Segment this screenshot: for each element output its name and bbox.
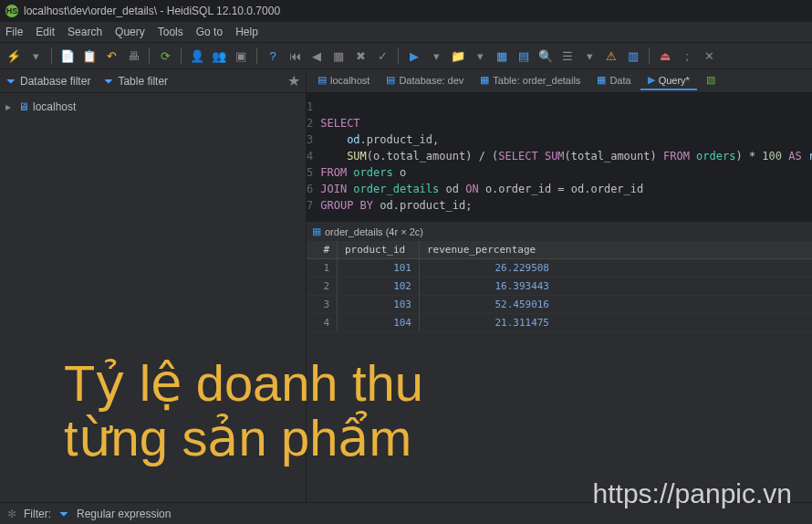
- statusbar: ✻ Filter: ⏷ Regular expression: [0, 502, 812, 524]
- tab-new[interactable]: ▧: [699, 71, 723, 90]
- table-row[interactable]: 210216.393443: [307, 278, 812, 296]
- first-icon[interactable]: ⏮: [286, 47, 303, 64]
- new-icon[interactable]: 📄: [59, 47, 76, 64]
- cell-product-id[interactable]: 102: [338, 278, 420, 295]
- cell-index: 2: [307, 278, 338, 295]
- tab-data[interactable]: ▦Data: [589, 71, 638, 90]
- table-icon: ▦: [480, 74, 489, 86]
- undo-icon[interactable]: ↶: [103, 47, 120, 64]
- cell-revenue[interactable]: 52.459016: [420, 296, 557, 313]
- cell-revenue[interactable]: 16.393443: [420, 278, 557, 295]
- db-icon: ▤: [386, 74, 395, 86]
- table-row[interactable]: 110126.229508: [307, 259, 812, 278]
- cell-product-id[interactable]: 103: [338, 296, 420, 313]
- app-icon: HS: [5, 5, 18, 17]
- menu-search[interactable]: Search: [68, 26, 102, 38]
- result-grid[interactable]: # product_id revenue_percentage 110126.2…: [307, 241, 812, 332]
- table-row[interactable]: 310352.459016: [307, 296, 812, 314]
- menu-tools[interactable]: Tools: [158, 26, 183, 38]
- cell-index: 4: [307, 314, 338, 331]
- list-icon[interactable]: ☰: [559, 47, 576, 64]
- help-icon[interactable]: ?: [265, 47, 281, 64]
- favorite-icon[interactable]: ★: [287, 72, 300, 89]
- print-icon[interactable]: 🖶: [125, 47, 141, 64]
- folder-icon[interactable]: 📁: [450, 47, 466, 64]
- filter-funnel-icon[interactable]: ⏷: [58, 508, 69, 520]
- calendar-icon[interactable]: ▥: [625, 47, 641, 64]
- menu-edit[interactable]: Edit: [36, 26, 55, 38]
- tree-node-localhost[interactable]: ▸ 🖥 localhost: [5, 99, 300, 115]
- cell-product-id[interactable]: 101: [338, 259, 420, 277]
- result-tab[interactable]: ▦ order_details (4r × 2c): [307, 221, 812, 241]
- semicolon-icon[interactable]: ;: [679, 47, 695, 64]
- menu-help[interactable]: Help: [235, 26, 258, 38]
- cell-product-id[interactable]: 104: [338, 314, 420, 331]
- col-index[interactable]: #: [307, 241, 338, 258]
- filter-label: Filter:: [24, 508, 51, 520]
- grid-header: # product_id revenue_percentage: [307, 241, 812, 259]
- users-icon[interactable]: 👥: [211, 47, 227, 64]
- sql-editor[interactable]: 1 2 3 4 5 6 7 SELECT od.product_id, SUM(…: [307, 93, 812, 221]
- snowflake-icon[interactable]: ✻: [7, 508, 16, 520]
- filter-bar: ⏷Database filter ⏷Table filter ★: [0, 69, 306, 93]
- menu-goto[interactable]: Go to: [196, 26, 223, 38]
- warning-icon[interactable]: ⚠: [603, 47, 619, 64]
- grid-icon[interactable]: ▦: [494, 47, 510, 64]
- window-title: localhost\dev\order_details\ - HeidiSQL …: [24, 5, 280, 17]
- titlebar: HS localhost\dev\order_details\ - HeidiS…: [0, 0, 812, 22]
- window-icon[interactable]: ▣: [233, 47, 249, 64]
- zoom-icon[interactable]: 🔍: [537, 47, 554, 64]
- filter-icon: ⏷: [103, 75, 114, 88]
- run-dropdown-icon[interactable]: ▾: [428, 47, 444, 64]
- menubar: File Edit Search Query Tools Go to Help: [0, 22, 812, 42]
- right-panel: ▤localhost ▤Database: dev ▦Table: order_…: [307, 69, 812, 502]
- tab-query[interactable]: ▶Query*: [640, 71, 697, 90]
- line-gutter: 1 2 3 4 5 6 7: [307, 99, 320, 215]
- user-icon[interactable]: 👤: [189, 47, 205, 64]
- host-icon: ▤: [318, 74, 327, 86]
- filter-icon: ⏷: [5, 75, 16, 88]
- next-table-icon[interactable]: ▦: [330, 47, 347, 64]
- data-icon: ▦: [597, 74, 606, 86]
- menu-query[interactable]: Query: [115, 26, 145, 38]
- table-filter[interactable]: ⏷Table filter: [103, 75, 168, 88]
- object-tree[interactable]: ▸ 🖥 localhost: [0, 93, 306, 502]
- run-icon[interactable]: ▶: [406, 47, 422, 64]
- copy-icon[interactable]: 📋: [81, 47, 98, 64]
- tab-host[interactable]: ▤localhost: [310, 71, 377, 90]
- col-revenue-pct[interactable]: revenue_percentage: [420, 241, 557, 258]
- main-area: ⏷Database filter ⏷Table filter ★ ▸ 🖥 loc…: [0, 69, 812, 502]
- prev-icon[interactable]: ◀: [308, 47, 325, 64]
- connect-icon[interactable]: ⚡: [5, 47, 22, 64]
- refresh-icon[interactable]: ⟳: [157, 47, 173, 64]
- dropdown2-icon[interactable]: ▾: [581, 47, 598, 64]
- menu-file[interactable]: File: [5, 26, 23, 38]
- exit-icon[interactable]: ⏏: [657, 47, 673, 64]
- tab-bar: ▤localhost ▤Database: dev ▦Table: order_…: [307, 69, 812, 93]
- table-row[interactable]: 410421.311475: [307, 314, 812, 332]
- dropdown-icon[interactable]: ▾: [27, 47, 44, 64]
- cell-index: 1: [307, 259, 338, 277]
- folder-dropdown-icon[interactable]: ▾: [472, 47, 488, 64]
- regex-label[interactable]: Regular expression: [77, 508, 171, 520]
- check-icon[interactable]: ✓: [374, 47, 390, 64]
- code-area[interactable]: SELECT od.product_id, SUM(o.total_amount…: [320, 99, 812, 215]
- cell-index: 3: [307, 296, 338, 313]
- left-panel: ⏷Database filter ⏷Table filter ★ ▸ 🖥 loc…: [0, 69, 307, 502]
- form-icon[interactable]: ▤: [515, 47, 532, 64]
- toolbar: ⚡ ▾ 📄 📋 ↶ 🖶 ⟳ 👤 👥 ▣ ? ⏮ ◀ ▦ ✖ ✓ ▶ ▾ 📁 ▾ …: [0, 42, 812, 69]
- expand-icon[interactable]: ▸: [5, 100, 15, 113]
- stop-icon[interactable]: ✖: [352, 47, 369, 64]
- result-title: order_details (4r × 2c): [325, 226, 423, 237]
- add-tab-icon: ▧: [706, 74, 715, 86]
- col-product-id[interactable]: product_id: [338, 241, 420, 258]
- query-icon: ▶: [648, 74, 655, 86]
- db-filter[interactable]: ⏷Database filter: [5, 75, 90, 88]
- tab-table[interactable]: ▦Table: order_details: [473, 71, 588, 90]
- tab-database[interactable]: ▤Database: dev: [379, 71, 471, 90]
- close-icon[interactable]: ✕: [701, 47, 717, 64]
- cell-revenue[interactable]: 26.229508: [420, 259, 557, 277]
- server-icon: 🖥: [18, 100, 29, 113]
- tree-node-label: localhost: [33, 100, 76, 113]
- cell-revenue[interactable]: 21.311475: [420, 314, 557, 331]
